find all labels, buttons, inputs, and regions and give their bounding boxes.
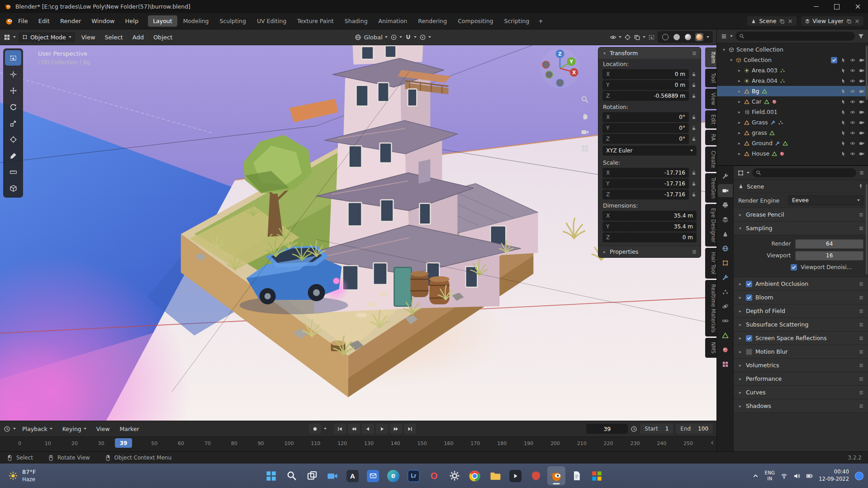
start-button[interactable] <box>262 466 280 485</box>
n-panel-tab-hair-tool[interactable]: Hair Tool <box>705 248 716 279</box>
rotation-y-field[interactable]: Y0° <box>602 123 689 133</box>
tool-cursor[interactable] <box>5 66 21 82</box>
editor-type-icon[interactable] <box>4 34 10 41</box>
menu-window[interactable]: Window <box>87 16 119 26</box>
camera-view-button[interactable] <box>581 128 589 137</box>
editor-type-caret-icon[interactable] <box>13 36 16 38</box>
zoom-button[interactable] <box>581 95 589 105</box>
sampling-render-field[interactable]: 64 <box>795 239 863 249</box>
task-view-button[interactable] <box>303 466 321 485</box>
lock-icon[interactable] <box>691 71 697 77</box>
panel-ambient-occlusion[interactable]: ▸ Ambient Occlusion <box>734 277 868 291</box>
tab-physics[interactable] <box>718 300 733 313</box>
outliner-item-collection[interactable]: ▾ Collection <box>717 55 868 65</box>
outliner-item-bg[interactable]: ▸Bg <box>717 86 868 96</box>
panel-menu-icon[interactable] <box>859 295 864 300</box>
panel-shadows[interactable]: ▸Shadows <box>734 399 868 413</box>
hide-viewport-icon[interactable] <box>850 57 855 63</box>
lock-icon[interactable] <box>691 136 697 142</box>
keying-menu[interactable]: Keying <box>59 424 90 434</box>
outliner-scrollbar[interactable] <box>866 46 868 100</box>
panel-grease-pencil[interactable]: ▸Grease Pencil <box>734 208 868 222</box>
visibility-dropdown[interactable] <box>610 34 621 41</box>
location-x-field[interactable]: X0 m <box>602 69 689 79</box>
panel-volumetrics[interactable]: ▸Volumetrics <box>734 359 868 372</box>
tab-material[interactable] <box>718 343 733 356</box>
panel-menu-icon[interactable] <box>859 376 864 382</box>
outliner-search-input[interactable] <box>735 32 855 41</box>
ortho-toggle-button[interactable] <box>581 144 589 154</box>
axis-neg-x[interactable] <box>542 61 550 68</box>
expand-icon[interactable]: ▸ <box>737 130 742 135</box>
workspace-tab-scripting[interactable]: Scripting <box>499 15 535 27</box>
properties-search-input[interactable] <box>752 168 856 177</box>
n-panel-tab-realtime-materials[interactable]: Realtime Materials <box>705 280 716 336</box>
bloom-checkbox[interactable] <box>746 294 752 301</box>
mode-dropdown[interactable]: Object Mode <box>19 32 75 43</box>
rotation-mode-dropdown[interactable]: XYZ Euler <box>602 146 697 156</box>
outliner-item-house[interactable]: ▸House <box>717 148 868 159</box>
axis-neg-y[interactable] <box>545 71 553 78</box>
expand-icon[interactable]: ▸ <box>737 141 742 146</box>
workspace-tab-sculpting[interactable]: Sculpting <box>215 15 251 27</box>
tab-modifiers[interactable] <box>718 271 733 284</box>
tab-output[interactable] <box>718 199 733 212</box>
start-frame-field[interactable]: Start1 <box>640 424 673 434</box>
scale-y-field[interactable]: Y-17.716 <box>602 179 689 189</box>
viewport-menu-view[interactable]: View <box>78 32 99 43</box>
panel-menu-icon[interactable] <box>859 226 864 231</box>
tab-object-data[interactable] <box>718 329 733 342</box>
taskbar-icon-settings[interactable] <box>446 466 464 485</box>
overlays-dropdown[interactable] <box>634 34 645 41</box>
dimensions-z-field[interactable]: Z0 m <box>602 232 697 242</box>
selectable-icon[interactable] <box>841 57 846 63</box>
pin-icon[interactable] <box>858 184 863 189</box>
viewport-menu-object[interactable]: Object <box>150 32 176 43</box>
lock-icon[interactable] <box>691 192 697 197</box>
outliner-item-area-004[interactable]: ▸Area.004 <box>717 76 868 86</box>
panel-menu-icon[interactable] <box>859 308 864 314</box>
view-layer-selector[interactable]: View Layer <box>801 16 864 26</box>
marker-menu[interactable]: Marker <box>116 424 142 434</box>
shading-wireframe-button[interactable] <box>661 33 669 41</box>
expand-icon[interactable]: ▸ <box>737 89 742 94</box>
menu-render[interactable]: Render <box>56 16 85 26</box>
tool-measure[interactable] <box>5 164 21 180</box>
lock-icon[interactable] <box>691 125 697 131</box>
play-button[interactable] <box>376 424 388 434</box>
tab-object[interactable] <box>718 256 733 270</box>
clock-widget[interactable]: 00:40 12-09-2022 <box>819 469 849 483</box>
language-indicator[interactable]: ENGIN <box>765 470 775 482</box>
taskbar-icon-security[interactable] <box>527 466 545 485</box>
panel-menu-icon[interactable] <box>859 390 864 395</box>
motion-blur-checkbox[interactable] <box>746 349 752 355</box>
menu-edit[interactable]: Edit <box>34 16 54 26</box>
playhead[interactable]: 39 <box>115 438 132 448</box>
scroll-left-icon[interactable] <box>710 440 715 445</box>
timeline-editor-icon[interactable] <box>4 426 10 432</box>
taskbar-search-button[interactable] <box>283 466 301 485</box>
taskbar-icon-media-player[interactable] <box>507 466 525 485</box>
hidden-icons-chevron-icon[interactable] <box>752 473 759 479</box>
xray-toggle-icon[interactable] <box>648 34 655 41</box>
location-y-field[interactable]: Y0 m <box>602 80 689 90</box>
dimensions-y-field[interactable]: Y35.4 m <box>602 222 697 232</box>
expand-icon[interactable]: ▸ <box>737 120 742 125</box>
add-workspace-button[interactable]: + <box>535 16 546 26</box>
panel-performance[interactable]: ▸Performance <box>734 372 868 386</box>
dimensions-x-field[interactable]: X35.4 m <box>602 211 697 221</box>
wifi-icon[interactable] <box>781 473 787 479</box>
expand-icon[interactable]: ▸ <box>737 109 742 114</box>
location-z-field[interactable]: Z-0.56889 m <box>602 91 689 101</box>
tab-constraints[interactable] <box>718 314 733 327</box>
ambient-occlusion-checkbox[interactable] <box>746 281 752 287</box>
panel-bloom[interactable]: ▸ Bloom <box>734 291 868 304</box>
axis-neg-z[interactable] <box>556 79 564 86</box>
lock-icon[interactable] <box>691 181 697 186</box>
lock-icon[interactable] <box>691 114 697 120</box>
lock-icon[interactable] <box>691 82 697 88</box>
n-panel-tab-treegen[interactable]: TreeGen <box>705 173 716 203</box>
taskbar-icon-edge[interactable]: e <box>384 466 403 485</box>
properties-editor-caret-icon[interactable] <box>747 172 749 174</box>
panel-screen-space-reflections[interactable]: ▸ Screen Space Reflections <box>734 332 868 345</box>
